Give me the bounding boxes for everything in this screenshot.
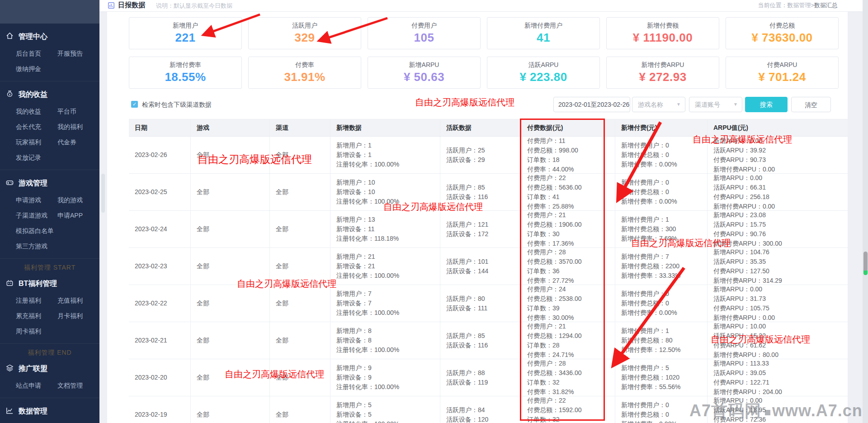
sidebar-section-3: 福利管理 STARTBT福利管理注册福利充值福利累充福利月卡福利周卡福利: [0, 258, 99, 343]
cell-date: 2023-02-24: [129, 211, 191, 247]
cell-game: 全部: [191, 137, 270, 173]
sidebar-item-发放记录[interactable]: 发放记录: [16, 150, 57, 165]
sidebar-item-我的收益[interactable]: 我的收益: [16, 104, 57, 119]
cell-add: 新增用户：7新增设备：7注册转化率：100.00%: [330, 285, 440, 322]
cell-channel: 全部: [270, 248, 330, 285]
cell-arpu: 新增ARPU：10.00活跃ARPU：15.22付费ARPU：61.62新增付费…: [708, 322, 848, 359]
channel-select[interactable]: 渠道账号▼: [689, 97, 742, 112]
page-note: 说明：默认显示截至今日数据: [156, 2, 232, 10]
sidebar-row: 子渠道游戏申请APP: [0, 208, 99, 223]
page-scrollbar-track[interactable]: [863, 0, 868, 423]
cell-new_pay: 新增付费用户：5新增付费总额：1020新增付费率：55.56%: [615, 359, 708, 396]
sidebar-row: 累充福利月卡福利: [0, 308, 99, 323]
sidebar-item-后台首页[interactable]: 后台首页: [16, 46, 57, 61]
home-icon: [5, 32, 14, 42]
sidebar-item-开服预告[interactable]: 开服预告: [57, 46, 99, 61]
breadcrumb-current: 数据汇总: [814, 2, 838, 9]
column-header-ARPU值(元): ARPU值(元): [708, 119, 848, 136]
sidebar-item-模拟器白名单[interactable]: 模拟器白名单: [16, 223, 57, 238]
cell-arpu: 新增ARPU：0.00活跃ARPU：18.95付费ARPU：72.36新增付费A…: [708, 396, 848, 423]
sidebar-group-游戏管理[interactable]: 游戏管理: [0, 173, 99, 192]
game-select-value: 游戏名称: [638, 101, 663, 108]
cell-pay: 付费用户：24付费总额：2538.00订单数：39付费率：30.00%: [521, 285, 615, 322]
page: 管理中心后台首页开服预告缴纳押金我的收益我的收益平台币会长代充我的福利玩家福利代…: [0, 0, 868, 423]
table-row-2023-02-22: 2023-02-22全部全部新增用户：7新增设备：7注册转化率：100.00%活…: [129, 285, 848, 322]
sidebar-row: 站点申请文档管理: [0, 378, 99, 393]
stat-card-label: 新增付费用户: [487, 22, 599, 30]
stat-card-新增付费用户: 新增付费用户41: [487, 17, 600, 49]
sidebar-item-站点申请[interactable]: 站点申请: [16, 378, 57, 393]
stat-card-新增付费额: 新增付费额¥ 11190.00: [606, 17, 719, 49]
sidebar-item-周卡福利[interactable]: 周卡福利: [16, 323, 57, 339]
clear-button[interactable]: 清空: [791, 97, 831, 112]
cell-arpu: 新增ARPU：0.00活跃ARPU：39.92付费ARPU：90.73新增付费A…: [708, 137, 848, 173]
sidebar-item-申请APP[interactable]: 申请APP: [57, 208, 99, 223]
date-range-input[interactable]: 2023-02-01至2023-02-26: [553, 97, 630, 112]
sidebar-scrollbar-thumb[interactable]: [101, 174, 105, 213]
game-select[interactable]: 游戏名称▼: [632, 97, 685, 112]
sidebar-logo-area: [0, 0, 99, 24]
stat-cards-row-1: 新增用户221活跃用户329付费用户105新增付费用户41新增付费额¥ 1119…: [129, 17, 839, 49]
sidebar-item-我的福利[interactable]: 我的福利: [57, 119, 99, 134]
sidebar-item-月卡福利[interactable]: 月卡福利: [57, 308, 99, 323]
sidebar-item-注册福利[interactable]: 注册福利: [16, 293, 57, 308]
cell-add: 新增用户：1新增设备：1注册转化率：100.00%: [330, 137, 440, 173]
sidebar-item-累充福利[interactable]: 累充福利: [16, 308, 57, 323]
sidebar-item-平台币[interactable]: 平台币: [57, 104, 99, 119]
cell-arpu: 新增ARPU：0.00活跃ARPU：31.73付费ARPU：105.75新增付费…: [708, 285, 848, 322]
column-header-渠道: 渠道: [270, 119, 330, 136]
stat-card-label: 新增付费额: [607, 22, 719, 30]
sidebar-item-我的游戏[interactable]: 我的游戏: [57, 192, 99, 208]
sidebar-group-管理中心[interactable]: 管理中心: [0, 26, 99, 46]
sidebar-item-缴纳押金[interactable]: 缴纳押金: [16, 61, 57, 76]
table-row-2023-02-21: 2023-02-21全部全部新增用户：8新增设备：8注册转化率：100.00%活…: [129, 322, 848, 359]
cell-arpu: 新增ARPU：23.08活跃ARPU：15.75付费ARPU：90.76新增付费…: [708, 211, 848, 247]
breadcrumb-section[interactable]: 数据管理: [787, 2, 811, 9]
cell-pay: 付费用户：28付费总额：3570.00订单数：36付费率：27.72%: [521, 248, 615, 285]
stat-card-value: ¥ 701.24: [726, 70, 838, 84]
cell-active: 活跃用户：80活跃设备：111: [440, 285, 521, 322]
cell-arpu: 新增ARPU：104.76活跃ARPU：35.35付费ARPU：127.50新增…: [708, 248, 848, 285]
stat-card-label: 付费率: [249, 61, 361, 69]
sidebar-item-第三方游戏[interactable]: 第三方游戏: [16, 238, 57, 254]
breadcrumb-prefix: 当前位置：: [758, 2, 787, 9]
include-subchannel-checkbox[interactable]: ✓: [131, 101, 138, 108]
stat-card-value: ¥ 223.80: [487, 70, 599, 84]
sidebar-row: 会长代充我的福利: [0, 119, 99, 134]
topbar: 日报数据 说明：默认显示截至今日数据 当前位置：数据管理>数据汇总: [99, 0, 863, 12]
cell-new_pay: 新增付费用户：1新增付费总额：300新增付费率：7.69%: [615, 211, 708, 247]
column-header-新增付费(元): 新增付费(元): [615, 119, 708, 136]
sidebar-item-充值福利[interactable]: 充值福利: [57, 293, 99, 308]
table-row-2023-02-23: 2023-02-23全部全部新增用户：21新增设备：21注册转化率：100.00…: [129, 248, 848, 285]
stat-card-付费率: 付费率31.91%: [248, 57, 361, 89]
sidebar-group-数据管理[interactable]: 数据管理: [0, 401, 99, 420]
sidebar-item-代金券[interactable]: 代金券: [57, 134, 99, 150]
stat-card-value: 105: [368, 31, 480, 45]
sidebar-item-申请游戏[interactable]: 申请游戏: [16, 192, 57, 208]
sidebar-item-子渠道游戏[interactable]: 子渠道游戏: [16, 208, 57, 223]
stat-card-付费总额: 付费总额¥ 73630.00: [726, 17, 839, 49]
cell-active: 活跃用户：25活跃设备：29: [440, 137, 521, 173]
stat-card-label: 活跃用户: [249, 22, 361, 30]
cell-game: 全部: [191, 211, 270, 247]
sidebar-section-marker: 福利管理 START: [0, 261, 99, 273]
cell-active: 活跃用户：85活跃设备：116: [440, 174, 521, 210]
sidebar-item-文档管理[interactable]: 文档管理: [57, 378, 99, 393]
sidebar-group-我的收益[interactable]: 我的收益: [0, 84, 99, 104]
page-title: 日报数据: [118, 1, 145, 10]
cell-new_pay: 新增付费用户：0新增付费总额：0新增付费率：0.00%: [615, 137, 708, 173]
calendar-icon: [5, 279, 14, 289]
sidebar-row: 第三方游戏: [0, 238, 99, 254]
daily-report-table: 日期游戏渠道新增数据活跃数据付费数据(元)新增付费(元)ARPU值(元) 202…: [129, 119, 848, 423]
search-button[interactable]: 搜索: [745, 97, 788, 112]
table-row-2023-02-19: 2023-02-19全部全部新增用户：5新增设备：5注册转化率：100.00%活…: [129, 396, 848, 423]
sidebar-item-玩家福利[interactable]: 玩家福利: [16, 134, 57, 150]
sidebar-group-推广联盟[interactable]: 推广联盟: [0, 358, 99, 378]
table-row-2023-02-24: 2023-02-24全部全部新增用户：13新增设备：11注册转化率：118.18…: [129, 211, 848, 248]
page-scrollbar-thumb[interactable]: [863, 252, 868, 275]
sidebar: 管理中心后台首页开服预告缴纳押金我的收益我的收益平台币会长代充我的福利玩家福利代…: [0, 0, 99, 423]
cell-game: 全部: [191, 396, 270, 423]
sidebar-group-BT福利管理[interactable]: BT福利管理: [0, 273, 99, 293]
sidebar-item-会长代充[interactable]: 会长代充: [16, 119, 57, 134]
sidebar-group-label: 数据管理: [19, 407, 47, 416]
